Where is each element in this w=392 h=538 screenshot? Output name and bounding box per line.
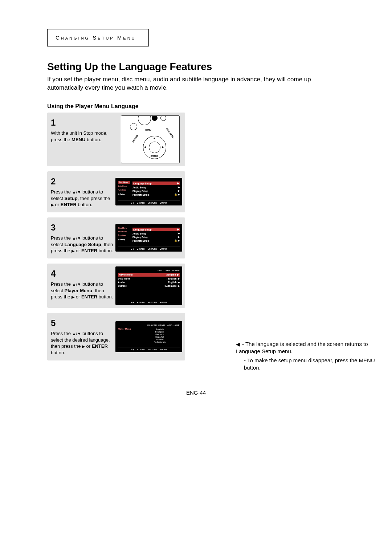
step-1: 1 With the unit in Stop mode, press the … xyxy=(47,113,185,166)
osd-language-setup: LANGUAGE SETUP Player Menu: English ▶ Di… xyxy=(115,266,182,305)
step-2-text: Press the ▲/▼ buttons to select Setup, t… xyxy=(51,189,113,208)
step-4: 4 Press the ▲/▼ buttons to select Player… xyxy=(47,264,185,308)
note-1: The language is selected and the screen … xyxy=(236,341,368,354)
steps-column: 1 With the unit in Stop mode, press the … xyxy=(47,113,185,360)
intro-paragraph: If you set the player menu, disc menu, a… xyxy=(47,76,345,92)
step-5: 5 Press the ▲/▼ buttons to select the de… xyxy=(47,313,185,360)
remote-menu-label: MENU xyxy=(145,129,151,131)
step-2: 2 Press the ▲/▼ buttons to select Setup,… xyxy=(47,171,185,212)
osd-setup-menu-step3: Disc Menu Title Menu Function ⚙ Setup La… xyxy=(115,224,182,252)
step-3: 3 Press the ▲/▼ buttons to select Langua… xyxy=(47,217,185,258)
section-label: Changing Setup Menu xyxy=(47,29,149,46)
step-5-text: Press the ▲/▼ buttons to select the desi… xyxy=(51,330,113,356)
step-4-text: Press the ▲/▼ buttons to select Player M… xyxy=(51,281,113,300)
note-arrow-icon: ◀ xyxy=(236,341,240,347)
page-number: ENG-44 xyxy=(47,390,345,396)
section-label-text: Changing Setup Menu xyxy=(56,34,136,41)
remote-disc-label: DISC MENU xyxy=(166,127,175,139)
step-1-number: 1 xyxy=(51,117,116,129)
step-4-number: 4 xyxy=(51,268,113,280)
side-notes: ◀- The language is selected and the scre… xyxy=(236,341,381,373)
remote-illustration: MENU ENTER RETURN DISC MENU ▲ ▼ ◀ ▶ xyxy=(121,115,180,163)
subheading: Using the Player Menu Language xyxy=(47,103,345,110)
step-3-number: 3 xyxy=(51,222,113,233)
step-5-number: 5 xyxy=(51,317,113,329)
page-title: Setting Up the Language Features xyxy=(47,61,345,73)
note-2: To make the setup menu disappear, press … xyxy=(244,357,375,371)
step-3-text: Press the ▲/▼ buttons to select Language… xyxy=(51,235,113,254)
step-2-number: 2 xyxy=(51,176,113,187)
osd-player-menu-language: PLAYER MENU LANGUAGE Player Menu English… xyxy=(115,321,182,352)
step-1-text: With the unit in Stop mode, press the ME… xyxy=(51,130,116,143)
remote-return-label: RETURN xyxy=(132,134,139,143)
osd-setup-menu-step2: Disc Menu Title Menu Function ⚙ Setup La… xyxy=(115,178,182,205)
